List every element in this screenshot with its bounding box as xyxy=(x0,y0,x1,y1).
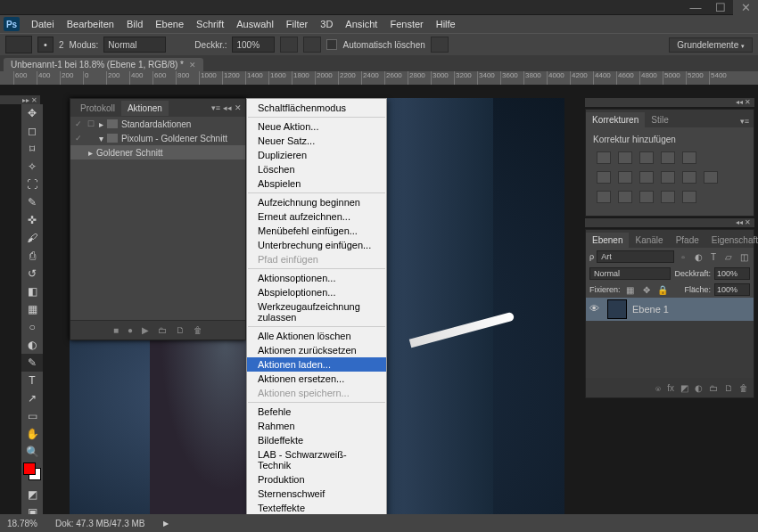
opacity-input[interactable] xyxy=(714,267,750,280)
lock-position-icon[interactable]: ✥ xyxy=(640,283,653,296)
threshold-icon[interactable] xyxy=(639,191,654,203)
action-item-golden-ratio[interactable]: ▸ Goldener Schnitt xyxy=(70,145,245,160)
panel-menu-icon[interactable]: ▾≡ xyxy=(736,115,754,127)
hand-tool[interactable]: ✋ xyxy=(21,425,43,443)
color-swatches[interactable] xyxy=(21,461,43,486)
link-icon[interactable]: ⍟ xyxy=(655,383,661,393)
filter-type-icon[interactable]: T xyxy=(707,250,720,263)
bw-icon[interactable] xyxy=(639,171,654,184)
action-set-pixolum[interactable]: ✓ ▾ Pixolum - Goldener Schnitt xyxy=(70,131,245,145)
menu-item[interactable]: Neue Aktion... xyxy=(247,119,386,134)
tab-actions[interactable]: Aktionen xyxy=(121,101,169,116)
menu-window[interactable]: Fenster xyxy=(383,19,429,29)
menu-help[interactable]: Hilfe xyxy=(430,19,462,29)
filter-shape-icon[interactable]: ▱ xyxy=(722,250,735,263)
trash-icon[interactable]: 🗑 xyxy=(739,383,748,393)
color-balance-icon[interactable] xyxy=(618,171,632,184)
close-button[interactable]: ✕ xyxy=(733,0,758,15)
filter-smart-icon[interactable]: ◫ xyxy=(737,250,750,263)
posterize-icon[interactable] xyxy=(618,191,632,203)
document-size[interactable]: Dok: 47.3 MB/47.3 MB xyxy=(55,519,145,528)
blend-mode-select[interactable]: Normal xyxy=(103,37,166,53)
menu-item[interactable]: Abspielen xyxy=(247,176,386,191)
menu-item[interactable]: Menübefehl einfügen... xyxy=(247,224,386,238)
type-tool[interactable]: T xyxy=(21,372,43,389)
wand-tool[interactable]: ✧ xyxy=(21,158,43,176)
vibrance-icon[interactable] xyxy=(682,151,696,164)
menu-filter[interactable]: Filter xyxy=(280,19,314,29)
stamp-tool[interactable]: ⎙ xyxy=(21,247,43,265)
panel-close-icon[interactable]: ✕ xyxy=(235,103,242,112)
menu-item[interactable]: Aktionen zurücksetzen xyxy=(247,343,386,357)
marquee-tool[interactable]: ◻ xyxy=(21,122,43,140)
shape-tool[interactable]: ▭ xyxy=(21,407,43,425)
brush-tool[interactable]: 🖌 xyxy=(21,229,43,247)
filter-adjust-icon[interactable]: ◐ xyxy=(692,250,704,263)
menu-view[interactable]: Ansicht xyxy=(339,19,383,29)
color-lookup-icon[interactable] xyxy=(704,171,718,184)
tab-channels[interactable]: Kanäle xyxy=(629,233,669,248)
adjustment-icon[interactable]: ◐ xyxy=(695,383,703,393)
menu-item[interactable]: Neuer Satz... xyxy=(247,134,386,148)
dodge-tool[interactable]: ◐ xyxy=(21,336,43,354)
tab-adjustments[interactable]: Korrekturen xyxy=(586,112,645,127)
menu-item[interactable]: Aktionen ersetzen... xyxy=(247,372,386,386)
layer-filter-select[interactable]: Art xyxy=(597,250,674,263)
lasso-tool[interactable]: ⌑ xyxy=(21,140,43,158)
menu-image[interactable]: Bild xyxy=(120,19,149,29)
airbrush-icon[interactable] xyxy=(303,37,321,53)
history-brush-tool[interactable]: ↺ xyxy=(21,265,43,282)
menu-type[interactable]: Schrift xyxy=(190,19,230,29)
menu-edit[interactable]: Bearbeiten xyxy=(61,19,120,29)
filter-image-icon[interactable]: ▫ xyxy=(677,250,689,263)
panel-collapse-bar[interactable]: ◂◂ ✕ xyxy=(585,218,754,227)
new-layer-icon[interactable]: 🗋 xyxy=(724,383,733,393)
move-tool[interactable]: ✥ xyxy=(21,104,43,122)
menu-item[interactable]: Produktion xyxy=(247,472,386,487)
menu-item[interactable]: Schaltflächenmodus xyxy=(247,101,386,115)
lock-all-icon[interactable]: 🔒 xyxy=(656,283,669,296)
tab-styles[interactable]: Stile xyxy=(645,112,674,127)
tab-properties[interactable]: Eigenschaften xyxy=(705,233,758,248)
tab-history[interactable]: Protokoll xyxy=(74,101,121,116)
toggle-check-icon[interactable]: ✓ xyxy=(74,119,83,128)
stop-icon[interactable]: ■ xyxy=(113,325,119,335)
crop-tool[interactable]: ⛶ xyxy=(21,176,43,193)
foreground-color[interactable] xyxy=(23,462,36,475)
channel-mixer-icon[interactable] xyxy=(682,171,696,184)
maximize-button[interactable]: ☐ xyxy=(708,0,733,15)
opacity-input[interactable]: 100% xyxy=(232,37,275,53)
play-icon[interactable]: ▶ xyxy=(142,325,149,335)
menu-item[interactable]: Texteffekte xyxy=(247,501,386,515)
menu-item[interactable]: Alle Aktionen löschen xyxy=(247,329,386,343)
photo-filter-icon[interactable] xyxy=(661,171,675,184)
hue-icon[interactable] xyxy=(597,171,611,184)
menu-item[interactable]: Erneut aufzeichnen... xyxy=(247,209,386,224)
quick-mask-toggle[interactable]: ◩ xyxy=(21,486,43,503)
brush-preview[interactable]: • xyxy=(37,37,54,53)
brightness-icon[interactable] xyxy=(597,151,611,164)
heal-tool[interactable]: ✜ xyxy=(21,211,43,229)
new-set-icon[interactable]: 🗀 xyxy=(158,325,167,335)
auto-erase-checkbox[interactable] xyxy=(326,39,337,50)
exposure-icon[interactable] xyxy=(661,151,675,164)
record-icon[interactable]: ● xyxy=(128,325,133,335)
toggle-dialog-icon[interactable]: ☐ xyxy=(87,119,95,128)
panel-menu-icon[interactable]: ▾≡ xyxy=(211,103,220,112)
zoom-tool[interactable]: 🔍 xyxy=(21,443,43,461)
menu-item[interactable]: Werkzeugaufzeichnung zulassen xyxy=(247,299,386,324)
menu-item[interactable]: Aktionen laden... xyxy=(247,357,386,372)
new-action-icon[interactable]: 🗋 xyxy=(176,325,185,335)
action-set-default[interactable]: ✓ ☐ ▸ Standardaktionen xyxy=(70,117,245,131)
menu-layer[interactable]: Ebene xyxy=(149,19,190,29)
pressure-opacity-icon[interactable] xyxy=(280,37,298,53)
fx-icon[interactable]: fx xyxy=(667,383,674,393)
menu-item[interactable]: Bildeffekte xyxy=(247,433,386,447)
menu-item[interactable]: Rahmen xyxy=(247,419,386,433)
tab-layers[interactable]: Ebenen xyxy=(586,233,629,248)
menu-item[interactable]: LAB - Schwarzweiß-Technik xyxy=(247,447,386,472)
tool-preset-picker[interactable] xyxy=(5,36,32,53)
layer-name[interactable]: Ebene 1 xyxy=(632,304,669,315)
blur-tool[interactable]: ○ xyxy=(21,318,43,336)
curves-icon[interactable] xyxy=(639,151,654,164)
